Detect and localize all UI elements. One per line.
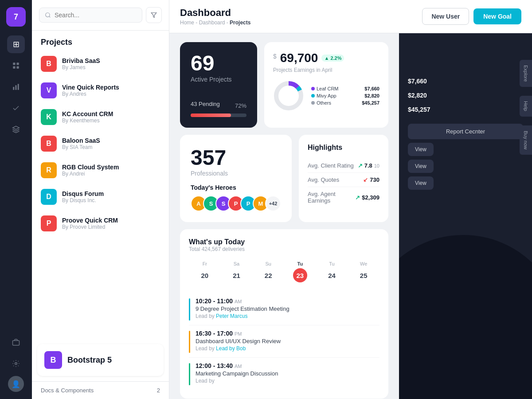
project-icon: V: [41, 82, 57, 98]
svg-point-9: [15, 363, 17, 365]
project-item-5[interactable]: D Disqus Forum By Disqus Inc.: [32, 184, 169, 210]
legend-label: Others: [311, 100, 331, 106]
event-lead: Lead by Lead by Bob: [196, 345, 281, 352]
event-details: 12:00 - 13:40 AM Marketing Campaign Disc…: [196, 362, 278, 384]
project-icon: K: [41, 109, 57, 125]
breadcrumb-home[interactable]: Home: [180, 20, 194, 26]
bootstrap-card[interactable]: B Bootstrap 5: [37, 344, 164, 376]
project-by: By Disqus Inc.: [62, 197, 160, 203]
side-tab-help[interactable]: Help: [520, 96, 532, 117]
project-info: Baloon SaaS By SIA Team: [62, 137, 160, 150]
highlight-row-2: Avg. Agent Earnings ↗ $2,309: [308, 187, 379, 207]
event-lead-link[interactable]: Lead by Bob: [216, 345, 246, 352]
side-tabs: Explore Help Buy now: [520, 60, 532, 155]
nav-icon-grid[interactable]: [7, 57, 25, 74]
view-button-2[interactable]: View: [408, 160, 434, 173]
filter-button[interactable]: [146, 7, 162, 23]
project-item-1[interactable]: V Vine Quick Reports By Andres: [32, 77, 169, 104]
event-item-1: 16:30 - 17:00 PM Dashboard UI/UX Design …: [189, 325, 379, 358]
project-by: By Andres: [62, 91, 160, 97]
project-info: Disqus Forum By Disqus Inc.: [62, 190, 160, 203]
user-profile-avatar[interactable]: 👤: [8, 376, 24, 392]
user-avatar-number[interactable]: 7: [6, 7, 26, 27]
project-icon: P: [41, 215, 57, 231]
side-tab-buy[interactable]: Buy now: [520, 125, 532, 155]
cal-day-23[interactable]: Tu 23: [284, 258, 316, 286]
day-num: 24: [325, 268, 339, 282]
cal-day-25[interactable]: We 25: [348, 258, 379, 286]
project-name: Disqus Forum: [62, 190, 160, 197]
event-time: 10:20 - 11:00 AM: [196, 297, 289, 305]
right-val-3: $45,257: [408, 106, 523, 113]
project-item-3[interactable]: B Baloon SaaS By SIA Team: [32, 130, 169, 157]
day-num: 23: [293, 268, 307, 282]
calendar-section: What's up Today Total 424,567 deliveries…: [180, 229, 388, 399]
new-goal-button[interactable]: New Goal: [473, 8, 521, 24]
nav-icon-dashboard[interactable]: ⊞: [7, 35, 25, 53]
nav-icon-briefcase[interactable]: [7, 333, 25, 351]
project-info: KC Account CRM By Keenthemes: [62, 110, 160, 124]
event-name: Dashboard UI/UX Design Review: [196, 338, 281, 344]
day-name: Su: [254, 261, 282, 266]
progress-bar-bg: [191, 113, 246, 117]
day-name: We: [349, 261, 378, 266]
breadcrumb-projects[interactable]: Projects: [230, 20, 250, 26]
svg-marker-7: [13, 126, 20, 130]
side-tab-explore[interactable]: Explore: [520, 60, 532, 87]
svg-rect-6: [18, 84, 19, 90]
legend-item-0: Leaf CRM $7,660: [311, 86, 379, 91]
event-ampm: AM: [235, 299, 242, 304]
sidebar-footer[interactable]: Docs & Components 2: [32, 381, 169, 399]
right-val-1: $7,660: [408, 78, 523, 85]
active-projects-number: 69: [191, 53, 246, 74]
nav-icon-layers[interactable]: [7, 121, 25, 138]
new-user-button[interactable]: New User: [422, 8, 469, 25]
project-name: Baloon SaaS: [62, 137, 160, 144]
progress-bar-fill: [191, 113, 231, 117]
highlight-value: ↗ $2,309: [355, 194, 379, 201]
project-by: By SIA Team: [62, 144, 160, 150]
left-navigation: 7 ⊞ 👤: [0, 0, 32, 399]
nav-icon-settings[interactable]: [7, 355, 25, 372]
search-wrapper[interactable]: [39, 8, 142, 23]
nav-icon-chart[interactable]: [7, 78, 25, 96]
project-item-0[interactable]: B Briviba SaaS By James: [32, 51, 169, 77]
event-lead: Lead by: [196, 378, 278, 384]
day-name: Sa: [223, 261, 251, 266]
legend-value: $45,257: [362, 100, 379, 106]
calendar-days: Fr 20 Sa 21 Su 22 Tu 23 Tu 24 We 25: [189, 258, 379, 286]
earnings-top: $ 69,700 ▲ 2.2%: [273, 51, 379, 65]
svg-point-10: [46, 13, 50, 17]
donut-row: Leaf CRM $7,660 Mivy App $2,820 Others $…: [273, 80, 379, 111]
view-button-3[interactable]: View: [408, 176, 434, 190]
docs-count: 2: [157, 387, 160, 394]
event-item-2: 12:00 - 13:40 AM Marketing Campaign Disc…: [189, 358, 379, 390]
trend-icon: ↗: [355, 194, 360, 201]
professionals-label: Professionals: [191, 170, 281, 177]
project-by: By Proove Limited: [62, 224, 160, 230]
view-button-1[interactable]: View: [408, 143, 434, 156]
cal-day-24[interactable]: Tu 24: [316, 258, 348, 286]
earnings-badge: ▲ 2.2%: [321, 55, 344, 62]
report-center-button[interactable]: Report Cecnter: [408, 124, 523, 139]
cal-day-21[interactable]: Sa 21: [221, 258, 253, 286]
main-area: Dashboard Home - Dashboard - Projects Ne…: [169, 0, 532, 399]
project-item-6[interactable]: P Proove Quick CRM By Proove Limited: [32, 210, 169, 237]
project-info: RGB Cloud System By Andrei: [62, 164, 160, 177]
legend-value: $2,820: [364, 93, 379, 98]
event-time: 12:00 - 13:40 AM: [196, 362, 278, 369]
search-input[interactable]: [55, 12, 137, 19]
sidebar: Projects B Briviba SaaS By James V Vine …: [32, 0, 169, 399]
nav-icon-check[interactable]: [7, 99, 25, 117]
breadcrumb-dashboard[interactable]: Dashboard: [199, 20, 225, 26]
project-info: Vine Quick Reports By Andres: [62, 84, 160, 97]
cal-day-22[interactable]: Su 22: [252, 258, 284, 286]
legend-item-1: Mivy App $2,820: [311, 93, 379, 98]
event-lead-link[interactable]: Peter Marcus: [216, 313, 247, 319]
calendar-events: 10:20 - 11:00 AM 9 Degree Project Estima…: [189, 293, 379, 390]
cal-day-20[interactable]: Fr 20: [189, 258, 221, 286]
day-num: 20: [198, 268, 212, 282]
trend-icon: ↙: [363, 176, 368, 183]
project-item-2[interactable]: K KC Account CRM By Keenthemes: [32, 104, 169, 130]
project-item-4[interactable]: R RGB Cloud System By Andrei: [32, 157, 169, 184]
